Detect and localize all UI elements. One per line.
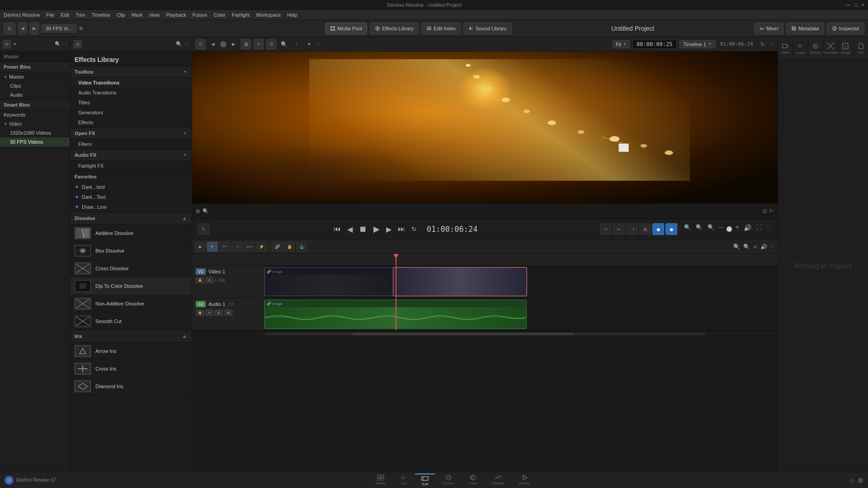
effect-smooth-cut[interactable]: Smooth Cut xyxy=(70,313,192,330)
zoom-tool-btn[interactable]: 🔍 xyxy=(682,223,693,235)
view-detail-btn[interactable]: ☰ xyxy=(266,39,276,49)
inspector-tab-image[interactable]: Image xyxy=(838,37,853,60)
iris-collapse-btn[interactable]: ▲ xyxy=(182,333,187,339)
effect-non-additive-dissolve[interactable]: Non-Additive Dissolve xyxy=(70,295,192,313)
menu-edit[interactable]: Edit xyxy=(61,12,69,18)
fav-item-1[interactable]: ✦ Dark...hird xyxy=(70,182,192,192)
menu-davinci[interactable]: DaVinci Resolve xyxy=(4,12,40,18)
toolbar-nav-next[interactable]: ▶ xyxy=(30,23,39,34)
menu-fusion[interactable]: Fusion xyxy=(193,12,208,18)
inspector-tab-audio[interactable]: Audio xyxy=(793,37,808,60)
zoom-in-tool-btn[interactable]: 🔍 xyxy=(706,223,716,235)
goto-start-btn[interactable]: ⏮ xyxy=(332,224,343,234)
fav-item-3[interactable]: ✦ Draw...Line xyxy=(70,202,192,212)
loop-btn[interactable]: ↻ xyxy=(410,225,419,234)
menu-color[interactable]: Color xyxy=(214,12,226,18)
tl-vol-btn[interactable]: 🔊 xyxy=(760,244,768,250)
menu-help[interactable]: Help xyxy=(287,12,297,18)
toolbox-header[interactable]: Toolbox ▼ xyxy=(70,66,192,78)
panel-menu-btn[interactable]: ⊟ xyxy=(3,40,11,48)
menu-file[interactable]: File xyxy=(47,12,55,18)
panel-layout-btn[interactable]: ⊟ xyxy=(196,39,206,49)
effects-search-btn[interactable]: 🔍 xyxy=(176,41,182,47)
close-btn[interactable]: × xyxy=(861,2,864,8)
menu-mark[interactable]: Mark xyxy=(132,12,142,18)
inspector-tab-transition[interactable]: Transition xyxy=(823,37,838,60)
smart-bins-1920[interactable]: 868x488 Videos xyxy=(0,128,70,137)
mixer-btn[interactable]: Mixer xyxy=(754,23,783,34)
video-lock-btn[interactable]: 🔒 xyxy=(196,277,204,283)
audio-m-btn[interactable]: M xyxy=(224,310,232,316)
effect-diamond-iris[interactable]: Diamond Iris xyxy=(70,378,192,395)
video-eye-btn[interactable]: 👁 xyxy=(205,277,213,283)
tl-zoom-plus-btn[interactable]: + xyxy=(752,243,758,250)
tl-blade-btn[interactable]: ⊣ xyxy=(231,242,242,252)
effect-arrow-iris[interactable]: Arrow Iris xyxy=(70,343,192,360)
timeline-name-display[interactable]: Timeline 1 ▼ xyxy=(679,40,716,48)
preview-pip-btn[interactable]: ⊢ xyxy=(769,208,774,214)
tl-slip-btn[interactable]: ⟺ xyxy=(244,242,255,252)
bottom-tab-fairlight[interactable]: Fairlight xyxy=(486,474,511,487)
video-clip-2[interactable] xyxy=(393,267,527,296)
fit-dropdown[interactable]: Fit ▼ xyxy=(613,40,630,48)
minimize-btn[interactable]: — xyxy=(845,2,851,8)
sort-btn[interactable]: ↕ xyxy=(292,39,302,49)
smart-bins-video[interactable]: ▼ Video xyxy=(0,119,70,128)
tl-zoom-out-btn[interactable]: 🔍 xyxy=(732,244,741,250)
refresh-btn[interactable]: ↻ xyxy=(758,39,768,49)
power-bins-master[interactable]: ▼ Master xyxy=(0,72,70,81)
dissolve-collapse-btn[interactable]: ▲ xyxy=(182,215,187,221)
preview-zoom-out[interactable]: 🔍 xyxy=(203,208,209,214)
menu-clip[interactable]: Clip xyxy=(117,12,125,18)
effects-panel-toggle[interactable]: ⊟ xyxy=(74,40,82,48)
marker-btn[interactable] xyxy=(726,226,732,232)
toolbox-generators[interactable]: Generators xyxy=(70,108,192,117)
menu-view[interactable]: View xyxy=(149,12,160,18)
toolbox-titles[interactable]: Titles xyxy=(70,98,192,108)
menu-workspace[interactable]: Workspace xyxy=(256,12,281,18)
effect-additive-dissolve[interactable]: Additive Dissolve xyxy=(70,225,192,242)
more-preview-btn[interactable]: ··· xyxy=(770,42,774,47)
bottom-tab-media[interactable]: Media xyxy=(369,474,392,487)
effect-cross-dissolve[interactable]: Cross Dissolve xyxy=(70,260,192,277)
step-forward-btn[interactable]: ▶ xyxy=(384,224,393,235)
preview-layout-btn[interactable]: ⊞ xyxy=(196,208,200,214)
toolbox-effects[interactable]: Effects xyxy=(70,117,192,127)
bottom-tab-cut[interactable]: Cut xyxy=(393,474,413,487)
tl-more-btn[interactable]: ··· xyxy=(769,244,775,249)
volume-btn[interactable]: 🔊 xyxy=(742,223,753,235)
smart-bins-keywords[interactable]: Keywords xyxy=(0,110,70,119)
maximize-btn[interactable]: □ xyxy=(854,2,858,8)
more-options-btn[interactable]: ··· xyxy=(317,42,321,47)
settings-btn[interactable]: ⚙ xyxy=(858,477,863,484)
power-bins-audio[interactable]: Audio xyxy=(0,90,70,99)
search-btn[interactable]: 🔍 xyxy=(279,39,289,49)
power-bins-clips[interactable]: Clips xyxy=(0,81,70,90)
play-btn[interactable]: ▶ xyxy=(372,223,382,235)
tl-magnet-btn[interactable]: ⚓ xyxy=(296,242,307,252)
view-grid-btn[interactable]: ▦ xyxy=(241,39,251,49)
panel-down-btn[interactable]: ▼ xyxy=(13,42,17,47)
nav-prev-btn[interactable]: ◀ xyxy=(208,39,217,49)
menu-trim[interactable]: Trim xyxy=(75,12,85,18)
tl-snap-btn[interactable]: 🔒 xyxy=(284,242,295,252)
inspector-btn[interactable]: Inspector xyxy=(827,23,864,34)
audiofx-fairlight[interactable]: Fairlight FX xyxy=(70,161,192,171)
timecode-input[interactable]: 00:00:09:25 xyxy=(632,40,676,49)
tl-trim-btn[interactable]: ⊢ xyxy=(219,242,230,252)
tl-select-btn[interactable]: ↖ xyxy=(207,242,218,252)
inspector-tab-effects[interactable]: Effects xyxy=(808,37,823,60)
panel-options-btn[interactable]: ··· xyxy=(63,42,67,47)
toolbar-icon-btn[interactable]: ⊟ xyxy=(4,23,15,34)
inspector-tab-video[interactable]: Video xyxy=(778,37,793,60)
effects-options-btn[interactable]: ··· xyxy=(184,42,188,47)
bottom-tab-fusion[interactable]: Fusion xyxy=(437,474,460,487)
media-pool-btn[interactable]: Media Pool xyxy=(325,23,367,34)
metadata-btn[interactable]: Metadata xyxy=(786,23,824,34)
bottom-tab-deliver[interactable]: Deliver xyxy=(513,474,537,487)
fav-item-2[interactable]: ✦ Dark...Text xyxy=(70,192,192,202)
blade-btn[interactable]: ✂ xyxy=(600,223,612,235)
stop-btn[interactable]: ⏹ xyxy=(357,224,369,235)
color-select2-btn[interactable]: ◉ xyxy=(665,223,677,235)
tl-retime-btn[interactable]: ⚡ xyxy=(256,242,267,252)
